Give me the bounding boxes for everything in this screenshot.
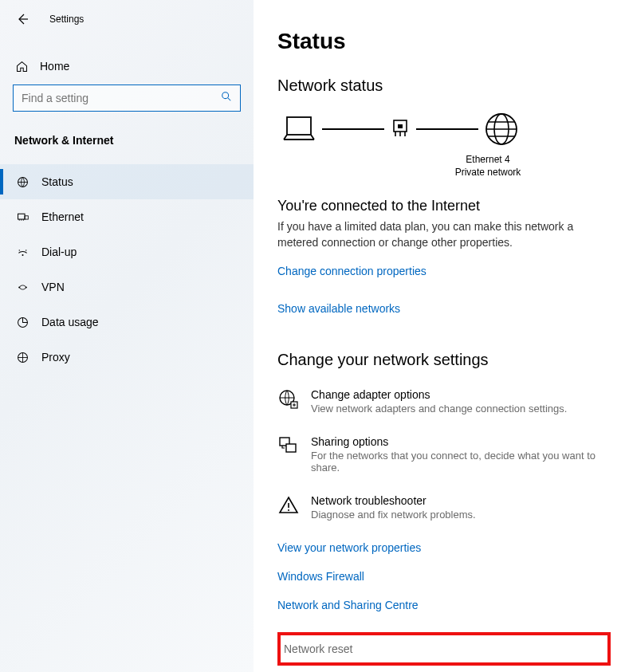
diagram-caption: Ethernet 4 Private network bbox=[365, 154, 611, 179]
option-desc: View network adapters and change connect… bbox=[311, 403, 567, 415]
app-title: Settings bbox=[49, 14, 84, 25]
proxy-icon bbox=[14, 351, 30, 364]
laptop-icon bbox=[281, 114, 317, 144]
search-box[interactable] bbox=[13, 84, 241, 112]
sidebar-item-label: Status bbox=[41, 175, 73, 188]
sidebar-item-status[interactable]: Status bbox=[0, 164, 254, 199]
network-diagram bbox=[281, 111, 611, 147]
option-desc: Diagnose and fix network problems. bbox=[311, 509, 476, 521]
svg-rect-13 bbox=[398, 124, 403, 128]
change-settings-heading: Change your network settings bbox=[277, 351, 611, 369]
option-change-adapter[interactable]: Change adapter options View network adap… bbox=[277, 388, 611, 415]
search-icon bbox=[221, 91, 232, 105]
link-change-connection-properties[interactable]: Change connection properties bbox=[277, 265, 426, 277]
arrow-left-icon bbox=[16, 13, 29, 26]
router-icon bbox=[389, 117, 411, 141]
option-text: Sharing options For the networks that yo… bbox=[311, 435, 611, 474]
highlight-annotation: Network reset bbox=[277, 632, 611, 666]
option-text: Change adapter options View network adap… bbox=[311, 388, 567, 415]
data-usage-icon bbox=[14, 316, 30, 329]
svg-point-6 bbox=[26, 250, 26, 250]
link-windows-firewall[interactable]: Windows Firewall bbox=[277, 570, 611, 583]
home-nav[interactable]: Home bbox=[0, 59, 254, 73]
search-input[interactable] bbox=[14, 85, 240, 111]
sidebar-item-label: Data usage bbox=[41, 316, 99, 328]
svg-rect-11 bbox=[287, 117, 311, 135]
home-label: Home bbox=[40, 60, 69, 73]
vpn-icon bbox=[14, 281, 30, 294]
svg-point-4 bbox=[22, 253, 23, 255]
home-icon bbox=[14, 59, 29, 73]
adapter-options-icon bbox=[277, 388, 300, 411]
sidebar-item-label: Dial-up bbox=[41, 246, 77, 258]
sidebar: Settings Home Network & Internet Status … bbox=[0, 0, 254, 672]
sharing-options-icon bbox=[277, 435, 300, 458]
titlebar: Settings bbox=[0, 11, 254, 27]
sidebar-item-label: Proxy bbox=[41, 351, 70, 364]
sidebar-item-vpn[interactable]: VPN bbox=[0, 269, 254, 305]
connection-line bbox=[416, 128, 478, 130]
svg-rect-3 bbox=[25, 215, 28, 218]
sidebar-item-dialup[interactable]: Dial-up bbox=[0, 234, 254, 269]
sidebar-item-proxy[interactable]: Proxy bbox=[0, 340, 254, 375]
globe-icon bbox=[483, 111, 520, 147]
link-network-sharing-centre[interactable]: Network and Sharing Centre bbox=[277, 599, 611, 611]
option-title: Network troubleshooter bbox=[311, 494, 476, 507]
dialup-icon bbox=[14, 246, 30, 259]
search-container bbox=[13, 84, 241, 112]
link-view-network-properties[interactable]: View your network properties bbox=[277, 541, 611, 554]
option-sharing[interactable]: Sharing options For the networks that yo… bbox=[277, 435, 611, 474]
sidebar-nav: Status Ethernet Dial-up VPN Data usage bbox=[0, 164, 254, 375]
adapter-name: Ethernet 4 bbox=[365, 154, 611, 167]
svg-rect-19 bbox=[286, 444, 296, 452]
svg-point-0 bbox=[222, 92, 229, 99]
option-title: Sharing options bbox=[311, 435, 611, 448]
link-stack: View your network properties Windows Fir… bbox=[277, 541, 611, 666]
svg-point-5 bbox=[18, 250, 19, 250]
sidebar-item-label: Ethernet bbox=[41, 210, 84, 223]
network-profile: Private network bbox=[365, 167, 611, 179]
option-title: Change adapter options bbox=[311, 388, 567, 401]
page-title: Status bbox=[277, 29, 611, 54]
sidebar-item-datausage[interactable]: Data usage bbox=[0, 305, 254, 340]
category-title: Network & Internet bbox=[0, 134, 254, 147]
connection-line bbox=[322, 128, 384, 130]
link-network-reset[interactable]: Network reset bbox=[284, 643, 352, 655]
svg-point-20 bbox=[288, 509, 289, 511]
link-show-available-networks[interactable]: Show available networks bbox=[277, 302, 400, 315]
connected-title: You're connected to the Internet bbox=[277, 198, 611, 214]
sidebar-item-ethernet[interactable]: Ethernet bbox=[0, 199, 254, 234]
connected-body: If you have a limited data plan, you can… bbox=[277, 219, 580, 250]
ethernet-icon bbox=[14, 210, 30, 224]
back-button[interactable] bbox=[14, 11, 30, 27]
svg-rect-2 bbox=[18, 214, 25, 219]
option-troubleshooter[interactable]: Network troubleshooter Diagnose and fix … bbox=[277, 494, 611, 521]
status-icon bbox=[14, 175, 30, 189]
troubleshooter-icon bbox=[277, 494, 300, 517]
main-content: Status Network status Ethernet 4 Private… bbox=[254, 0, 625, 672]
option-text: Network troubleshooter Diagnose and fix … bbox=[311, 494, 476, 521]
network-status-heading: Network status bbox=[277, 77, 611, 95]
sidebar-item-label: VPN bbox=[41, 281, 65, 293]
option-desc: For the networks that you connect to, de… bbox=[311, 450, 611, 474]
